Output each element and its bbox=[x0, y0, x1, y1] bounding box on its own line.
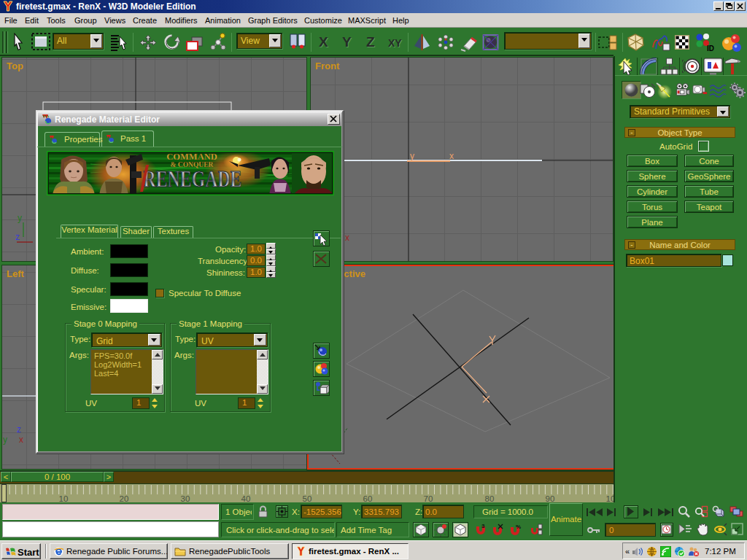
svg-text:z: z bbox=[15, 232, 20, 242]
svg-text:x: x bbox=[19, 435, 23, 445]
svg-text:3: 3 bbox=[481, 523, 485, 529]
svg-text:RENEGADE: RENEGADE bbox=[144, 166, 242, 192]
svg-text:ID: ID bbox=[707, 44, 714, 52]
svg-text:x: x bbox=[449, 151, 454, 161]
svg-text:x: x bbox=[345, 233, 349, 243]
svg-text:y: y bbox=[410, 151, 414, 161]
svg-text:y: y bbox=[3, 435, 7, 445]
svg-text:z: z bbox=[17, 424, 21, 435]
svg-text:COMMAND: COMMAND bbox=[166, 152, 217, 162]
svg-text:y: y bbox=[18, 213, 22, 223]
svg-text:%: % bbox=[516, 524, 521, 530]
